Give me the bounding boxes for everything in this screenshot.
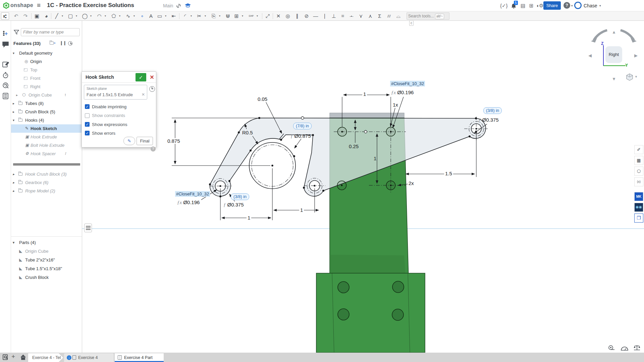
- dialog-help-icon[interactable]: ?: [151, 146, 156, 152]
- feature-row-bolt-hole-extrude[interactable]: ▣Bolt Hole Extrude: [11, 141, 82, 149]
- construction-toggle-icon[interactable]: ⫽⫽: [385, 12, 393, 20]
- normal-constraint-icon[interactable]: ⌓: [394, 12, 402, 20]
- pattern-tool-caret-icon[interactable]: ▾: [240, 12, 245, 20]
- home-tab-icon[interactable]: [20, 354, 26, 360]
- feature-row-hook-sketch[interactable]: ✎Hook Sketch: [11, 124, 82, 133]
- appearance-panel-icon[interactable]: ✐: [634, 145, 643, 154]
- rollback-bar[interactable]: [13, 163, 80, 166]
- confirm-check-button[interactable]: ✓: [136, 73, 146, 81]
- fillet-tool-caret-icon[interactable]: ▾: [189, 12, 193, 20]
- sketch-pen-toggle-button[interactable]: ✎: [123, 137, 135, 145]
- closefit-label-bottom[interactable]: #CloseFit_10_32: [175, 191, 210, 197]
- slot-tool-icon[interactable]: ▭: [156, 12, 164, 20]
- crush-block-part[interactable]: [316, 273, 425, 353]
- share-button[interactable]: Share: [543, 1, 561, 10]
- units-pill-7-8[interactable]: (7/8) in: [293, 123, 312, 129]
- spline-tool-icon[interactable]: ∿: [124, 12, 132, 20]
- part-row-tube-1.5x1.5x18[interactable]: ◣Tube 1.5"x1.5"x18": [11, 264, 82, 273]
- bom-checklist-icon[interactable]: [2, 93, 9, 100]
- feature-row-origin[interactable]: ◎Origin: [11, 57, 82, 66]
- row-menu-dots-icon[interactable]: ⁝: [65, 91, 66, 99]
- dim-1-bottom-left[interactable]: 1: [247, 215, 251, 221]
- documentation-panel-icon[interactable]: ❐: [634, 214, 643, 223]
- variables-panel-icon[interactable]: (x): [634, 177, 643, 186]
- tab-exercise-4-assembly[interactable]: ↓ Exercise 4 Assembly: [64, 353, 114, 362]
- import-dxf-caret-icon[interactable]: ▾: [255, 12, 259, 20]
- part-row-crush-block[interactable]: ◣Crush Block: [11, 273, 82, 282]
- midpoint-constraint-icon[interactable]: -•-: [347, 12, 356, 20]
- final-button[interactable]: Final: [137, 137, 153, 145]
- feature-row-top-plane[interactable]: Top: [11, 66, 82, 74]
- feature-row-hook-spacer[interactable]: ⚙Hook Spacer⁝: [11, 149, 82, 158]
- dim-1-mid[interactable]: 1: [374, 156, 376, 161]
- vertical-constraint-icon[interactable]: ∣: [321, 12, 329, 20]
- workspace-name[interactable]: Main: [163, 3, 173, 8]
- offset-tool-caret-icon[interactable]: ▾: [218, 12, 222, 20]
- onshape-wordmark[interactable]: onshape: [10, 2, 33, 8]
- feature-row-origin-cube[interactable]: ▸⬡Origin Cube⁝: [11, 91, 82, 99]
- rotate-left-arrow[interactable]: ◀: [588, 53, 592, 58]
- disable-imprinting-checkbox[interactable]: ✓: [85, 104, 90, 109]
- tangent-constraint-icon[interactable]: ⊘: [303, 12, 311, 20]
- count-1x[interactable]: 1x: [393, 102, 398, 108]
- import-dxf-icon[interactable]: DXF: [247, 12, 255, 20]
- dim-0.25[interactable]: 0.25: [349, 143, 359, 149]
- rectangle-tool-caret-icon[interactable]: ▾: [74, 12, 78, 20]
- rotate-up-arrow[interactable]: ▲: [612, 29, 616, 35]
- view-options-caret-icon[interactable]: ▼: [635, 75, 638, 78]
- text-tool-icon[interactable]: A: [147, 12, 155, 20]
- circle-tool-caret-icon[interactable]: ▾: [89, 12, 93, 20]
- dim-dia-0.375-right[interactable]: ƒØ0.375: [478, 117, 499, 123]
- arc-tool-icon[interactable]: ◠: [95, 12, 103, 20]
- view-options-cube-icon[interactable]: [626, 73, 634, 81]
- row-menu-dots-icon[interactable]: ⁝: [65, 149, 66, 158]
- feature-row-default-geometry[interactable]: ▾Default geometry: [11, 49, 82, 57]
- apps-grid-icon[interactable]: ⊞: [528, 2, 535, 9]
- slot-tool-caret-icon[interactable]: ▾: [164, 12, 168, 20]
- parts-header-row[interactable]: ▾Parts (4): [11, 238, 82, 247]
- user-name[interactable]: Chase: [584, 3, 597, 8]
- feature-row-hook-crush-block-folder[interactable]: ▸Hook Crush Block (3): [11, 170, 82, 178]
- feature-row-rope-model-folder[interactable]: ▸Rope Model (2): [11, 187, 82, 195]
- create-folder-icon[interactable]: +: [50, 41, 56, 45]
- point-tool-icon[interactable]: ∘: [138, 12, 146, 20]
- dialog-header[interactable]: Hook Sketch ✓ ✕: [82, 72, 156, 83]
- rectangle-tool-icon[interactable]: ▢: [66, 12, 74, 20]
- feature-row-crush-block-folder[interactable]: ▸Crush Block (5): [11, 108, 82, 116]
- dim-1-bottom-right[interactable]: 1: [299, 207, 304, 213]
- fix-constraint-icon[interactable]: ⋏: [366, 12, 374, 20]
- polygon-tool-icon[interactable]: ⬠: [110, 12, 118, 20]
- redo-button[interactable]: ↷: [21, 12, 30, 20]
- feature-row-tubes-folder[interactable]: ▸Tubes (8): [11, 99, 82, 108]
- user-avatar[interactable]: [574, 2, 582, 9]
- line-tool-caret-icon[interactable]: ▾: [60, 12, 64, 20]
- dim-0.05[interactable]: 0.05: [258, 96, 267, 102]
- search-model-icon[interactable]: [2, 82, 9, 89]
- horizontal-constraint-icon[interactable]: ―: [312, 12, 320, 20]
- undo-button[interactable]: ↶: [12, 12, 20, 20]
- tape-measure-icon[interactable]: [608, 345, 615, 351]
- perpendicular-constraint-icon[interactable]: ⊥: [330, 12, 338, 20]
- help-caret-icon[interactable]: ▾: [571, 4, 573, 7]
- tab-exercise-4-tel[interactable]: Exercise 4 - Tel: [28, 353, 63, 362]
- sketch-indicator-button[interactable]: [84, 224, 92, 232]
- history-stopwatch-icon[interactable]: [2, 72, 9, 79]
- equation-icon[interactable]: Σ: [376, 12, 384, 20]
- tab-exercise-4-part-studio[interactable]: Exercise 4 Part Studio: [115, 353, 164, 362]
- ai-assistant-icon[interactable]: ◖⚙: [536, 2, 543, 9]
- mass-properties-scale-icon[interactable]: [633, 345, 641, 351]
- feature-row-hook-extrude[interactable]: ▣Hook Extrude: [11, 133, 82, 141]
- rotate-down-arrow[interactable]: ▼: [612, 76, 616, 81]
- cancel-x-button[interactable]: ✕: [149, 74, 155, 80]
- feature-row-gearbox-folder[interactable]: ▸Gearbox (6): [11, 178, 82, 187]
- comments-icon[interactable]: [2, 41, 9, 48]
- show-expressions-checkbox[interactable]: ✓: [85, 122, 90, 127]
- line-tool-icon[interactable]: ╱: [53, 12, 61, 20]
- feature-filter-input[interactable]: Filter by name or type: [21, 28, 80, 36]
- concentric-constraint-icon[interactable]: ◎: [284, 12, 292, 20]
- document-title[interactable]: 1C - Practice Exercise Solutions: [47, 2, 134, 9]
- mirror-tool-icon[interactable]: ⋓: [224, 12, 232, 20]
- user-menu-caret-icon[interactable]: ▾: [599, 4, 601, 7]
- part-row-origin-cube[interactable]: ◣Origin Cube: [11, 247, 82, 255]
- extrude-tool-icon[interactable]: ▣: [33, 12, 41, 20]
